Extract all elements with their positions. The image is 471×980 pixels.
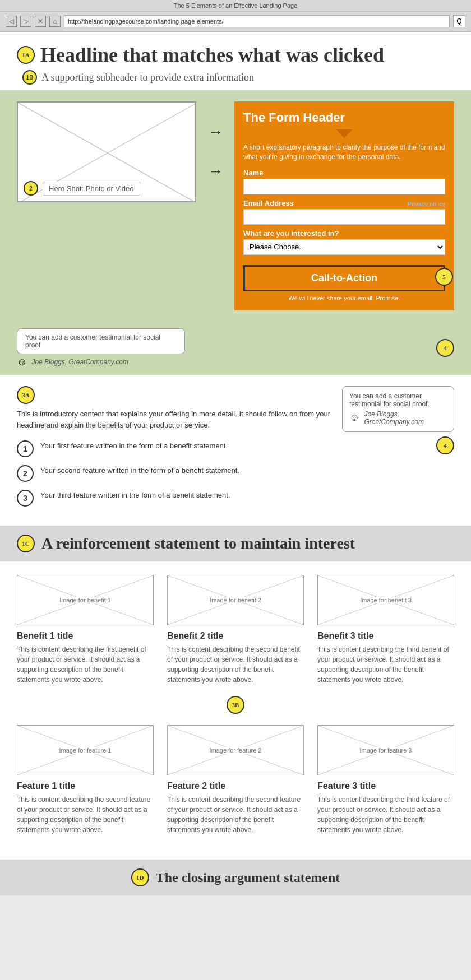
feature-item-2: 2 Your second feature written in the for… (17, 465, 331, 482)
feature-card-2: Image for feature 2 Feature 2 title This… (167, 725, 304, 835)
headline-row: 1A Headline that matches what was clicke… (17, 43, 454, 67)
browser-search-button[interactable]: Q (453, 15, 465, 27)
feature-image-3: Image for feature 3 (317, 725, 454, 775)
badge-3b-row: 3B (17, 696, 454, 714)
url-input[interactable] (64, 15, 450, 27)
smiley-icon-2: ☺ (349, 412, 359, 424)
badge-4-second: 4 (436, 436, 454, 454)
benefit-title-1: Benefit 1 title (17, 631, 154, 641)
feature-title-2: Feature 2 title (167, 781, 304, 791)
header-section: 1A Headline that matches what was clicke… (0, 32, 471, 90)
feature-desc-2: This is content describing the second fe… (167, 795, 304, 835)
badge-1b: 1B (22, 70, 37, 85)
back-button[interactable]: ◁ (6, 16, 17, 27)
interest-label: What are you interested in? (243, 229, 445, 238)
hero-image-box: 2 Hero Shot: Photo or Video (17, 101, 196, 202)
form-desc: A short explanatory paragraph to clarify… (243, 143, 445, 162)
badge-3a-row: 3A (17, 386, 331, 404)
benefit-card-3: Image for benefit 3 Benefit 3 title This… (317, 575, 454, 685)
intro-text: This is introductory content that explai… (17, 408, 331, 432)
email-label: Email Address (243, 199, 294, 207)
badge-5: 5 (435, 268, 453, 286)
arrow-right-top: → (207, 123, 223, 141)
benefit-desc-3: This is content describing the third ben… (317, 644, 454, 685)
interest-select[interactable]: Please Choose... (243, 239, 445, 255)
badge-1c: 1C (17, 535, 35, 552)
benefit-image-label-2: Image for benefit 2 (207, 597, 264, 603)
content-right: You can add a customer testimonial for s… (342, 386, 454, 515)
badge-4-second-wrapper: 4 (342, 436, 454, 454)
benefit-card-1: Image for benefit 1 Benefit 1 title This… (17, 575, 154, 685)
smiley-icon-1: ☺ (17, 356, 27, 368)
forward-button[interactable]: ▷ (20, 16, 31, 27)
testimonial-text-2: You can add a customer testimonial for s… (349, 392, 430, 408)
feature-image-label-1: Image for feature 1 (57, 747, 114, 754)
feature-card-3: Image for feature 3 Feature 3 title This… (317, 725, 454, 835)
reinforcement-text: A reinforcement statement to maintain in… (41, 535, 355, 552)
benefits-grid: Image for benefit 1 Benefit 1 title This… (17, 575, 454, 685)
badge-1d: 1D (131, 868, 149, 886)
feature-title-3: Feature 3 title (317, 781, 454, 791)
page-content: 1A Headline that matches what was clicke… (0, 32, 471, 895)
content-section: 3A This is introductory content that exp… (0, 375, 471, 526)
home-button[interactable]: ⌂ (49, 16, 61, 27)
testimonial-bubble-2: You can add a customer testimonial for s… (342, 386, 454, 432)
arrow-right-bottom: → (207, 162, 223, 180)
cta-button[interactable]: Call-to-Action (243, 265, 445, 291)
badge-3b: 3B (227, 696, 244, 714)
feature-image-2: Image for feature 2 (167, 725, 304, 775)
cta-wrapper: Call-to-Action 5 (243, 259, 445, 295)
feature-image-label-2: Image for feature 2 (207, 747, 264, 754)
benefit-title-2: Benefit 2 title (167, 631, 304, 641)
interest-field: What are you interested in? Please Choos… (243, 229, 445, 255)
browser-title: The 5 Elements of an Effective Landing P… (174, 2, 298, 9)
name-input[interactable] (243, 179, 445, 194)
browser-title-bar: The 5 Elements of an Effective Landing P… (0, 0, 471, 12)
benefits-section: Image for benefit 1 Benefit 1 title This… (0, 561, 471, 860)
features-grid: Image for feature 1 Feature 1 title This… (17, 725, 454, 835)
privacy-link[interactable]: Privacy policy (408, 201, 445, 207)
feature-image-label-3: Image for feature 3 (358, 747, 414, 754)
testimonial-person-name-2: Joe Bloggs, GreatCompany.com (364, 410, 447, 426)
benefit-card-2: Image for benefit 2 Benefit 2 title This… (167, 575, 304, 685)
benefit-desc-2: This is content describing the second be… (167, 644, 304, 685)
form-promise: We will never share your email. Promise. (243, 295, 445, 301)
form-box: The Form Header A short explanatory para… (234, 101, 454, 310)
testimonial-person-name-1: Joe Bloggs, GreatCompany.com (31, 358, 128, 366)
closing-section: 1D The closing argument statement (0, 860, 471, 895)
benefit-image-2: Image for benefit 2 (167, 575, 304, 625)
badge-4-first: 4 (436, 339, 454, 357)
reinforcement-section: 1C A reinforcement statement to maintain… (0, 526, 471, 561)
feature-desc-1: This is content describing the second fe… (17, 795, 154, 835)
subheader-row: 1B A supporting subheader to provide ext… (17, 70, 454, 85)
testimonial-person-2: ☺ Joe Bloggs, GreatCompany.com (349, 410, 447, 426)
feature-image-1: Image for feature 1 (17, 725, 154, 775)
feature-desc-3: This is content describing the third fea… (317, 795, 454, 835)
badge-3a: 3A (17, 386, 35, 404)
feature-num-3: 3 (17, 490, 34, 507)
feature-title-1: Feature 1 title (17, 781, 154, 791)
testimonial-person-1: ☺ Joe Bloggs, GreatCompany.com (17, 356, 185, 368)
feature-text-1: Your first feature written in the form o… (40, 440, 228, 452)
name-label: Name (243, 169, 445, 177)
email-field-row: Email Address Privacy policy (243, 199, 445, 209)
testimonial-band-1: You can add a customer testimonial for s… (0, 322, 471, 375)
hero-section: 2 Hero Shot: Photo or Video → → The Form… (0, 90, 471, 322)
feature-num-2: 2 (17, 465, 34, 482)
feature-list: 1 Your first feature written in the form… (17, 440, 331, 507)
feature-text-2: Your second feature written in the form … (40, 465, 239, 476)
testimonial-text-1: You can add a customer testimonial for s… (25, 333, 160, 349)
closing-text: The closing argument statement (156, 870, 340, 885)
email-input[interactable] (243, 209, 445, 225)
feature-item-1: 1 Your first feature written in the form… (17, 440, 331, 457)
testimonial-bubble-1: You can add a customer testimonial for s… (17, 328, 185, 354)
benefit-title-3: Benefit 3 title (317, 631, 454, 641)
feature-item-3: 3 Your third feature written in the form… (17, 490, 331, 507)
name-field: Name (243, 169, 445, 194)
close-button[interactable]: ✕ (35, 16, 46, 27)
badge-1a: 1A (17, 46, 35, 64)
page-headline: Headline that matches what was clicked (40, 43, 384, 67)
benefit-image-1: Image for benefit 1 (17, 575, 154, 625)
badge-2: 2 (24, 181, 38, 196)
feature-card-1: Image for feature 1 Feature 1 title This… (17, 725, 154, 835)
